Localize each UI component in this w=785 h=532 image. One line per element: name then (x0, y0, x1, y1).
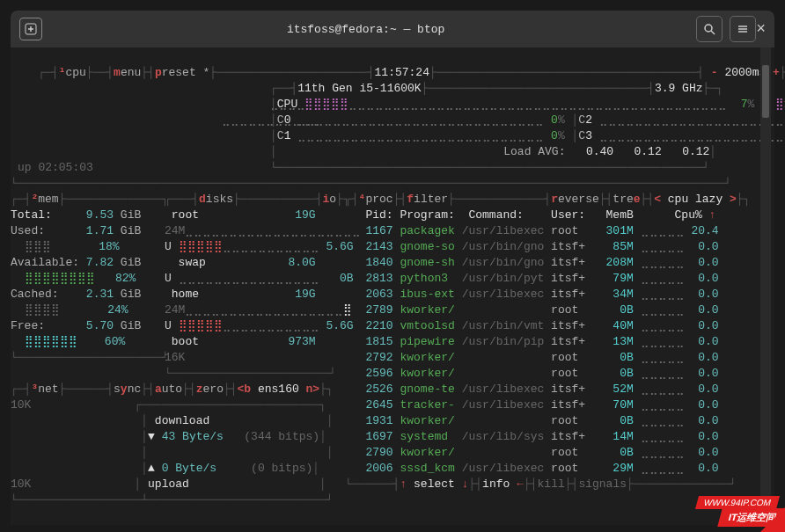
net-iface: ens160 (258, 383, 299, 396)
menu-button[interactable] (730, 16, 756, 42)
search-button[interactable] (696, 16, 723, 42)
proc-row[interactable]: 1815 pipewire /usr/bin/pip itsf+ 13M ⣀⣀⣀… (345, 334, 737, 350)
proc-row[interactable]: 1840 gnome-sh /usr/bin/gno itsf+ 208M ⣀⣀… (345, 255, 737, 271)
proc-header: Pid: Program: Command: User: MemB Cpu% ↑ (345, 208, 737, 223)
cpu-info-box: ┌──┤11th Gen i5-11600K├─────────────────… (270, 81, 728, 176)
proc-row[interactable]: 2813 python3 /usr/bin/pyt itsf+ 79M ⣀⣀⣀⣀… (345, 271, 737, 287)
proc-row[interactable]: 2790 kworker/ root 0B ⣀⣀⣀⣀⣀ 0.0 (345, 445, 737, 461)
terminal: ┌─┤¹cpu├──┤menu├┤preset *├──────────────… (11, 47, 774, 525)
svg-point-3 (705, 25, 712, 32)
download-arrow-icon: ▼ (148, 430, 155, 443)
proc-row[interactable]: 1931 kworker/ root 0B ⣀⣀⣀⣀⣀ 0.0 (345, 413, 737, 429)
clock: 11:57:24 (375, 66, 429, 79)
proc-row[interactable]: 2063 ibus-ext /usr/libexec itsf+ 34M ⣀⣀⣀… (345, 287, 737, 302)
uptime: up 02:05:03 (18, 160, 93, 176)
proc-row[interactable]: 1167 packagek /usr/libexec root 301M ⣀⣀⣀… (345, 223, 737, 239)
mem-box: ┌─┤²mem├──────────────┐ Total: 9.53 GiB … (11, 192, 169, 366)
proc-row[interactable]: 2006 sssd_kcm /usr/libexec root 29M ⣀⣀⣀⣀… (345, 461, 737, 477)
scrollbar[interactable] (760, 47, 771, 525)
proc-row[interactable]: 2210 vmtoolsd /usr/bin/vmt itsf+ 40M ⣀⣀⣀… (345, 318, 737, 334)
proc-footer: └──────┤↑ select ↓├┤info ←├┤kill├┤signal… (345, 477, 737, 492)
new-tab-button[interactable] (19, 18, 42, 40)
svg-line-4 (711, 31, 715, 34)
proc-row[interactable]: 2792 kworker/ root 0B ⣀⣀⣀⣀⣀ 0.0 (345, 350, 737, 366)
interval-minus[interactable]: - (711, 66, 718, 79)
proc-row[interactable]: 2596 kworker/ root 0B ⣀⣀⣀⣀⣀ 0.0 (345, 366, 737, 382)
proc-row[interactable]: 2645 tracker- /usr/libexec itsf+ 70M ⣀⣀⣀… (345, 397, 737, 413)
window-title: itsfoss@fedora:~ — btop (42, 23, 689, 36)
upload-arrow-icon: ▲ (148, 462, 155, 475)
window-titlebar: itsfoss@fedora:~ — btop × (11, 11, 774, 47)
disks-box: ┌───┤disks├───────────┤io├┐ root 19G 24M… (165, 192, 341, 382)
proc-row[interactable]: 2526 gnome-te /usr/libexec itsf+ 52M ⣀⣀⣀… (345, 382, 737, 397)
interval-plus[interactable]: + (773, 66, 780, 79)
proc-box: ┌┤⁴proc├┤filter├─────────────┤reverse├┤t… (345, 192, 737, 492)
cpu-freq: 3.9 GHz (655, 82, 703, 95)
close-button[interactable]: × (756, 20, 766, 38)
cpu-model: 11th Gen i5-11600K (297, 82, 421, 95)
net-box: ┌─┤³net├──────┤sync├┤auto├┤zero├┤<b ens1… (11, 382, 327, 508)
proc-sort[interactable]: cpu lazy (668, 193, 723, 206)
proc-row[interactable]: 2789 kworker/ root 0B ⣀⣀⣀⣀⣀ 0.0 (345, 302, 737, 318)
proc-row[interactable]: 2143 gnome-so /usr/bin/gno itsf+ 85M ⣀⣀⣀… (345, 239, 737, 255)
watermark-corner (760, 507, 785, 532)
proc-row[interactable]: 1697 systemd /usr/lib/sys itsf+ 14M ⣀⣀⣀⣀… (345, 429, 737, 445)
